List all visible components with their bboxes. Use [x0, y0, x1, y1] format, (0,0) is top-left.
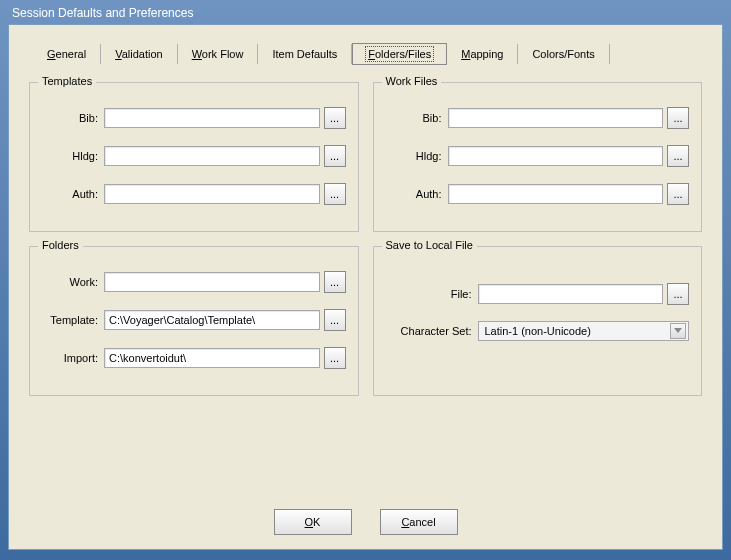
tab-item-defaults[interactable]: Item Defaults	[258, 44, 352, 64]
tab-workflow[interactable]: Work Flow	[178, 44, 259, 64]
tab-mapping[interactable]: Mapping	[447, 44, 518, 64]
legend-templates: Templates	[38, 75, 96, 87]
input-save-file[interactable]	[478, 284, 664, 304]
browse-folders-template[interactable]: ...	[324, 309, 346, 331]
label-folders-import: Import:	[42, 352, 104, 364]
browse-save-file[interactable]: ...	[667, 283, 689, 305]
browse-workfiles-bib[interactable]: ...	[667, 107, 689, 129]
window-body: General Validation Work Flow Item Defaul…	[8, 24, 723, 550]
input-templates-auth[interactable]	[104, 184, 320, 204]
browse-workfiles-hldg[interactable]: ...	[667, 145, 689, 167]
input-templates-bib[interactable]	[104, 108, 320, 128]
legend-folders: Folders	[38, 239, 83, 251]
window-title: Session Defaults and Preferences	[8, 2, 723, 24]
legend-save: Save to Local File	[382, 239, 477, 251]
browse-folders-work[interactable]: ...	[324, 271, 346, 293]
tab-colors-fonts[interactable]: Colors/Fonts	[518, 44, 609, 64]
input-folders-work[interactable]	[104, 272, 320, 292]
browse-templates-hldg[interactable]: ...	[324, 145, 346, 167]
input-workfiles-hldg[interactable]	[448, 146, 664, 166]
label-folders-work: Work:	[42, 276, 104, 288]
input-workfiles-bib[interactable]	[448, 108, 664, 128]
label-workfiles-bib: Bib:	[386, 112, 448, 124]
label-folders-template: Template:	[42, 314, 104, 326]
browse-templates-auth[interactable]: ...	[324, 183, 346, 205]
label-templates-bib: Bib:	[42, 112, 104, 124]
chevron-down-icon	[670, 323, 686, 339]
groupbox-workfiles: Work Files Bib: ... Hldg: ... Auth: ...	[373, 82, 703, 232]
ok-button[interactable]: OK	[274, 509, 352, 535]
input-folders-template[interactable]	[104, 310, 320, 330]
browse-folders-import[interactable]: ...	[324, 347, 346, 369]
dialog-buttons: OK Cancel	[9, 509, 722, 535]
label-templates-hldg: Hldg:	[42, 150, 104, 162]
groupbox-templates: Templates Bib: ... Hldg: ... Auth: ...	[29, 82, 359, 232]
groupbox-save: Save to Local File File: ... Character S…	[373, 246, 703, 396]
input-templates-hldg[interactable]	[104, 146, 320, 166]
browse-workfiles-auth[interactable]: ...	[667, 183, 689, 205]
select-charset-value: Latin-1 (non-Unicode)	[485, 325, 591, 337]
label-workfiles-hldg: Hldg:	[386, 150, 448, 162]
label-templates-auth: Auth:	[42, 188, 104, 200]
select-charset[interactable]: Latin-1 (non-Unicode)	[478, 321, 690, 341]
tab-general[interactable]: General	[33, 44, 101, 64]
tab-validation[interactable]: Validation	[101, 44, 178, 64]
label-save-file: File:	[386, 288, 478, 300]
tab-folders-files[interactable]: Folders/Files	[352, 43, 447, 65]
tab-strip: General Validation Work Flow Item Defaul…	[33, 43, 698, 64]
groupbox-folders: Folders Work: ... Template: ... Import: …	[29, 246, 359, 396]
cancel-button[interactable]: Cancel	[380, 509, 458, 535]
input-workfiles-auth[interactable]	[448, 184, 664, 204]
label-save-charset: Character Set:	[386, 325, 478, 337]
browse-templates-bib[interactable]: ...	[324, 107, 346, 129]
input-folders-import[interactable]	[104, 348, 320, 368]
label-workfiles-auth: Auth:	[386, 188, 448, 200]
legend-workfiles: Work Files	[382, 75, 442, 87]
